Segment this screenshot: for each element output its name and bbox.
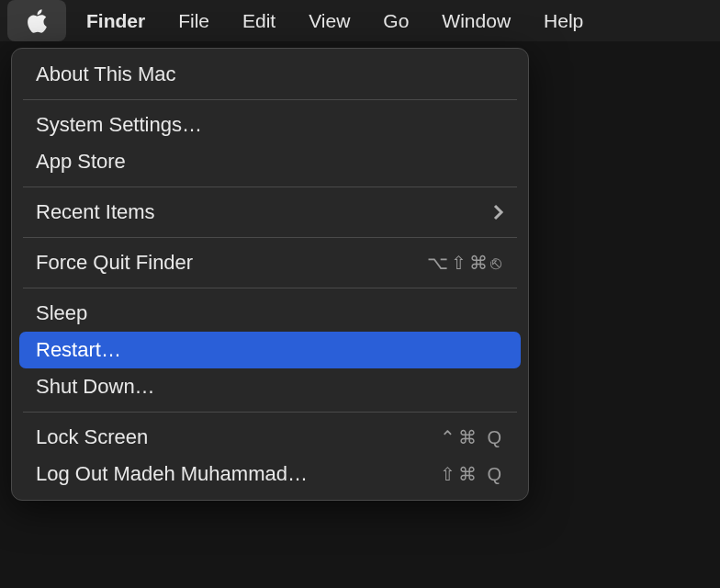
menu-label: About This Mac [36,62,175,86]
menubar: Finder File Edit View Go Window Help [0,0,720,41]
menu-about-this-mac[interactable]: About This Mac [19,56,521,93]
apple-logo-icon [26,8,48,34]
keyboard-shortcut: ⌃⌘ Q [440,426,504,448]
menu-separator [23,187,517,187]
menu-label: Lock Screen [36,425,148,449]
menu-label: Sleep [36,301,87,325]
menu-separator [23,237,517,238]
keyboard-shortcut: ⌥⇧⌘⎋ [427,252,504,274]
menu-restart[interactable]: Restart… [19,332,521,368]
menubar-edit[interactable]: Edit [226,0,292,41]
menu-shutdown[interactable]: Shut Down… [19,368,521,405]
menu-force-quit[interactable]: Force Quit Finder ⌥⇧⌘⎋ [19,244,521,281]
menubar-help[interactable]: Help [527,0,600,41]
keyboard-shortcut: ⇧⌘ Q [440,463,504,485]
menu-label: App Store [36,150,126,174]
menu-label: Shut Down… [36,375,155,399]
menu-system-settings[interactable]: System Settings… [19,107,521,143]
menubar-file[interactable]: File [162,0,226,41]
apple-menu-button[interactable] [7,0,66,41]
menu-separator [23,288,517,288]
menu-sleep[interactable]: Sleep [19,295,521,332]
menubar-window[interactable]: Window [425,0,527,41]
menubar-view[interactable]: View [292,0,366,41]
menubar-go[interactable]: Go [366,0,425,41]
menu-label: Restart… [36,338,121,362]
menu-label: Recent Items [36,200,155,224]
menu-separator [23,412,517,413]
menu-app-store[interactable]: App Store [19,143,521,180]
menu-lock-screen[interactable]: Lock Screen ⌃⌘ Q [19,419,521,456]
menu-separator [23,99,517,100]
menu-label: System Settings… [36,113,202,137]
menu-recent-items[interactable]: Recent Items [19,194,521,231]
menu-label: Force Quit Finder [36,251,193,275]
menu-label: Log Out Madeh Muhammad… [36,462,308,486]
chevron-right-icon [493,203,504,221]
apple-menu-dropdown: About This Mac System Settings… App Stor… [11,48,529,501]
menu-logout[interactable]: Log Out Madeh Muhammad… ⇧⌘ Q [19,456,521,492]
menubar-app-name[interactable]: Finder [70,0,162,41]
